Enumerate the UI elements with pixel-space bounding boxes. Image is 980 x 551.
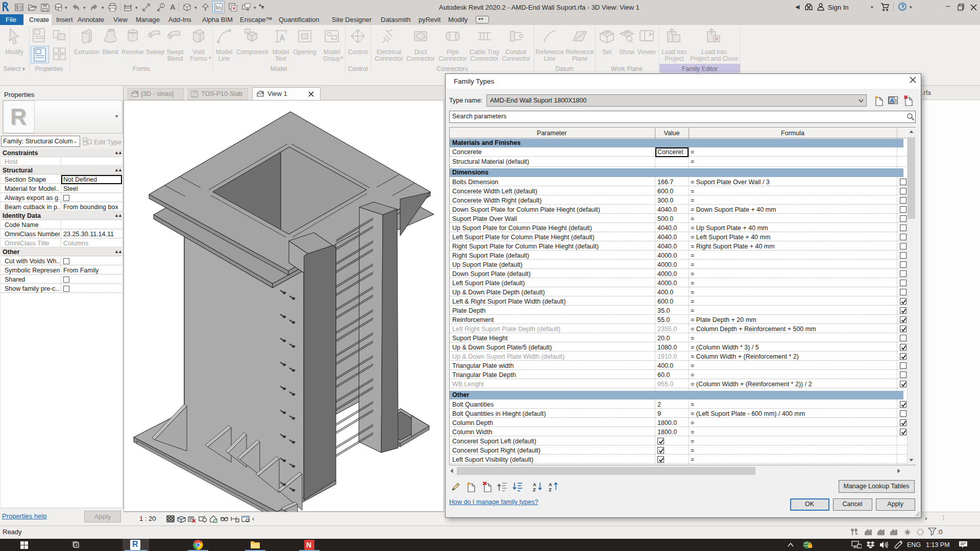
svg-text:A: A: [549, 482, 552, 487]
svg-text:1: 1: [161, 4, 163, 8]
svg-text:A: A: [279, 34, 285, 42]
svg-text:A: A: [533, 482, 536, 487]
svg-text:Z: Z: [549, 487, 552, 492]
svg-text:?: ?: [901, 4, 904, 10]
svg-text:I: I: [895, 97, 897, 104]
svg-text:A: A: [890, 97, 894, 104]
svg-text:Z: Z: [533, 487, 536, 492]
